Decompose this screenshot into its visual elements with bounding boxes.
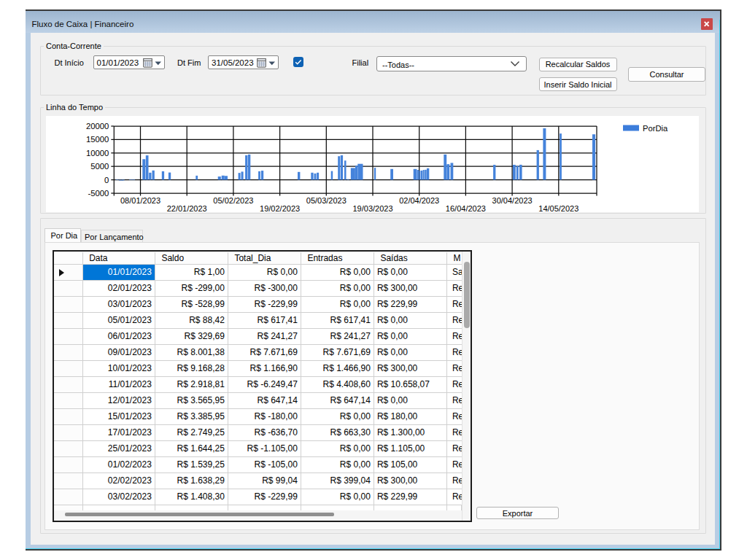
svg-text:-5000: -5000 [88, 189, 109, 198]
svg-text:PorDia: PorDia [643, 123, 668, 132]
svg-text:19/03/2023: 19/03/2023 [352, 204, 392, 213]
svg-text:10000: 10000 [86, 148, 109, 157]
svg-text:22/01/2023: 22/01/2023 [167, 204, 207, 213]
svg-text:19/02/2023: 19/02/2023 [260, 204, 300, 213]
svg-text:0: 0 [104, 175, 109, 184]
svg-text:14/05/2023: 14/05/2023 [538, 204, 578, 213]
svg-text:16/04/2023: 16/04/2023 [446, 204, 486, 213]
svg-text:30/04/2023: 30/04/2023 [492, 196, 533, 205]
svg-text:05/02/2023: 05/02/2023 [213, 196, 253, 205]
svg-text:15000: 15000 [86, 135, 109, 144]
svg-text:08/01/2023: 08/01/2023 [120, 196, 160, 205]
svg-text:20000: 20000 [86, 122, 109, 131]
svg-text:5000: 5000 [90, 162, 109, 171]
svg-text:05/03/2023: 05/03/2023 [306, 196, 347, 205]
svg-text:02/04/2023: 02/04/2023 [399, 196, 439, 205]
